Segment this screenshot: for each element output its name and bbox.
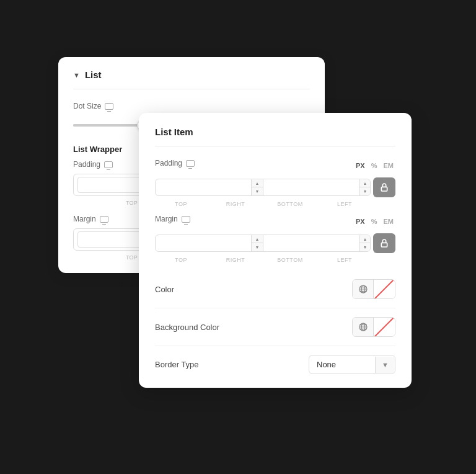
padding-cells: ▲ ▼ ▲ ▼ ▲ ▼: [155, 179, 371, 196]
border-type-select[interactable]: None ▼: [309, 355, 395, 374]
margin-top-input[interactable]: [156, 235, 251, 251]
padding-field-labels: TOP RIGHT BOTTOM LEFT: [155, 201, 395, 207]
svg-rect-0: [381, 187, 387, 191]
list-item-panel-title: List Item: [155, 127, 193, 137]
color-controls: [352, 279, 395, 299]
margin-top-up[interactable]: ▲: [252, 235, 263, 243]
bg-color-globe-btn[interactable]: [353, 318, 374, 336]
margin-top-cell[interactable]: ▲ ▼: [156, 235, 263, 251]
padding-lock-btn[interactable]: [373, 177, 395, 197]
margin-cells: ▲ ▼ ▲ ▼ ▲ ▼: [155, 235, 371, 252]
monitor-icon: [105, 103, 113, 110]
list-item-panel: List Item Padding PX % EM ▲ ▼: [139, 113, 412, 388]
dot-size-label: Dot Size: [73, 102, 310, 110]
margin-lock-btn[interactable]: [373, 233, 395, 253]
padding-top-down[interactable]: ▼: [252, 187, 263, 195]
border-type-row: Border Type None ▼: [155, 346, 395, 374]
bg-slash-line: [374, 318, 395, 336]
bg-color-row: Background Color: [155, 308, 395, 346]
border-type-value: None: [309, 356, 375, 373]
bottom-label: BOTTOM: [264, 201, 316, 207]
margin-unit-tab-percent[interactable]: %: [369, 217, 379, 226]
monitor-icon-margin: [100, 216, 108, 223]
bg-color-label: Background Color: [155, 323, 219, 332]
monitor-icon-pad: [104, 161, 113, 168]
margin-top-down[interactable]: ▼: [252, 243, 263, 251]
list-panel-title: List: [85, 69, 102, 80]
padding-right-down[interactable]: ▼: [359, 187, 371, 195]
padding-top-up[interactable]: ▲: [252, 179, 263, 187]
padding-top-input[interactable]: [156, 179, 251, 195]
padding-label-front: Padding: [155, 159, 195, 168]
margin-right-up[interactable]: ▲: [359, 235, 371, 243]
unit-tab-percent[interactable]: %: [369, 161, 379, 170]
padding-right-input[interactable]: [263, 179, 359, 195]
padding-spacing-row: ▲ ▼ ▲ ▼ ▲ ▼: [155, 177, 395, 197]
padding-right-cell[interactable]: ▲ ▼: [263, 179, 371, 195]
padding-unit-tabs: PX % EM: [354, 161, 395, 170]
padding-header: Padding PX % EM: [155, 159, 395, 172]
unit-tab-px[interactable]: PX: [354, 161, 367, 170]
padding-right-up[interactable]: ▲: [359, 179, 371, 187]
bg-color-controls: [352, 317, 395, 337]
bg-color-slash-btn[interactable]: [374, 318, 395, 336]
color-label: Color: [155, 285, 174, 294]
color-globe-btn[interactable]: [353, 280, 374, 298]
margin-unit-tab-px[interactable]: PX: [354, 217, 367, 226]
slash-line: [374, 280, 395, 298]
margin-right-input[interactable]: [263, 235, 359, 251]
margin-header: Margin PX % EM: [155, 215, 395, 228]
color-slash-btn[interactable]: [374, 280, 395, 298]
select-arrow-icon: ▼: [375, 357, 395, 373]
chevron-icon: ▼: [73, 71, 80, 79]
border-type-label: Border Type: [155, 360, 199, 369]
margin-unit-tabs: PX % EM: [354, 217, 395, 226]
unit-tab-em[interactable]: EM: [382, 161, 396, 170]
margin-spacing-row: ▲ ▼ ▲ ▼ ▲ ▼: [155, 233, 395, 253]
svg-rect-1: [381, 243, 387, 247]
color-row: Color: [155, 271, 395, 308]
monitor-icon-pad-front: [186, 160, 195, 167]
padding-top-cell[interactable]: ▲ ▼: [156, 179, 263, 195]
monitor-icon-margin-front: [182, 216, 190, 223]
slider-fill: [73, 124, 143, 127]
margin-unit-tab-em[interactable]: EM: [382, 217, 396, 226]
list-item-panel-header: List Item: [155, 127, 395, 146]
list-panel-header: ▼ List: [73, 69, 310, 89]
margin-label-front: Margin: [155, 215, 190, 223]
margin-right-down[interactable]: ▼: [359, 243, 371, 251]
margin-field-labels: TOP RIGHT BOTTOM LEFT: [155, 257, 395, 263]
margin-right-cell[interactable]: ▲ ▼: [263, 235, 371, 251]
